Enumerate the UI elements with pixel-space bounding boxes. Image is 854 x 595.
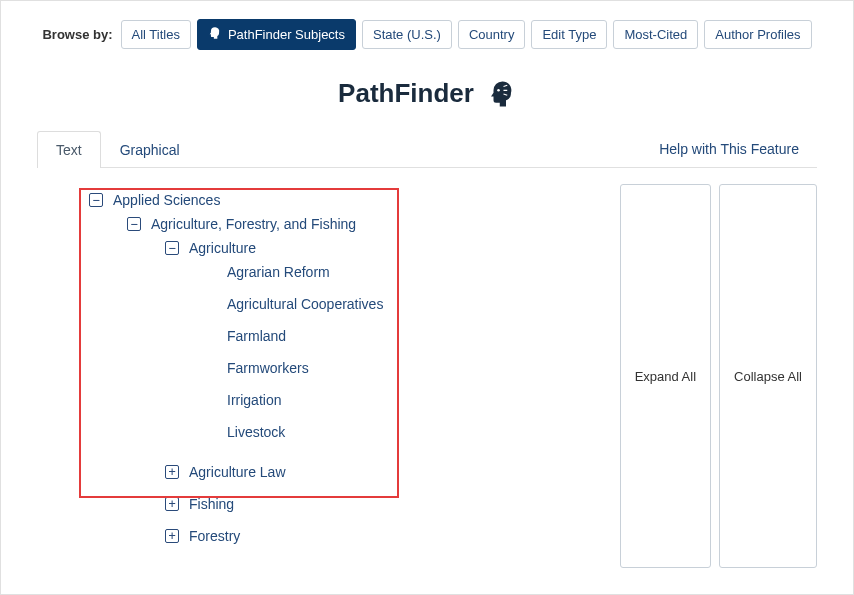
tree-leaf[interactable]: Farmland — [203, 320, 600, 352]
filter-all-titles[interactable]: All Titles — [121, 20, 191, 49]
expand-icon[interactable]: + — [165, 497, 179, 511]
collapse-icon[interactable]: − — [127, 217, 141, 231]
node-label[interactable]: Applied Sciences — [113, 192, 220, 208]
filter-pathfinder-label: PathFinder Subjects — [228, 27, 345, 42]
page-title: PathFinder — [338, 78, 474, 109]
svg-point-0 — [497, 89, 500, 92]
expand-all-button[interactable]: Expand All — [620, 184, 711, 568]
browse-by-label: Browse by: — [42, 27, 112, 42]
help-link[interactable]: Help with This Feature — [641, 131, 817, 167]
head-icon — [208, 26, 222, 43]
tree-leaf[interactable]: Farmworkers — [203, 352, 600, 384]
node-label[interactable]: Forestry — [189, 528, 240, 544]
collapse-all-button[interactable]: Collapse All — [719, 184, 817, 568]
pathfinder-head-icon — [486, 79, 516, 109]
node-label[interactable]: Agriculture Law — [189, 464, 286, 480]
filter-author-profiles[interactable]: Author Profiles — [704, 20, 811, 49]
browse-row: Browse by: All Titles PathFinder Subject… — [1, 1, 853, 60]
tree-leaf[interactable]: Agrarian Reform — [203, 256, 600, 288]
tree-node-agriculture-law: + Agriculture Law — [165, 456, 600, 488]
tab-row: Text Graphical Help with This Feature — [37, 131, 817, 168]
node-label[interactable]: Agriculture — [189, 240, 256, 256]
tree-node-agriculture: − Agriculture Agrarian Reform Agricultur… — [165, 232, 600, 456]
collapse-icon[interactable]: − — [89, 193, 103, 207]
page-title-row: PathFinder — [1, 60, 853, 131]
tree-node-forestry: + Forestry — [165, 520, 600, 552]
filter-pathfinder-subjects[interactable]: PathFinder Subjects — [197, 19, 356, 50]
filter-state-us[interactable]: State (U.S.) — [362, 20, 452, 49]
filter-edit-type[interactable]: Edit Type — [531, 20, 607, 49]
filter-most-cited[interactable]: Most-Cited — [613, 20, 698, 49]
expand-icon[interactable]: + — [165, 529, 179, 543]
tree-node-agriculture-forestry-fishing: − Agriculture, Forestry, and Fishing − A… — [127, 208, 600, 560]
tree-leaf[interactable]: Irrigation — [203, 384, 600, 416]
node-label[interactable]: Fishing — [189, 496, 234, 512]
tree-actions: Expand All Collapse All — [600, 184, 817, 568]
tree-leaf[interactable]: Livestock — [203, 416, 600, 448]
subject-tree: − Applied Sciences − Agriculture, Forest… — [37, 184, 600, 568]
tab-graphical[interactable]: Graphical — [101, 131, 199, 168]
tree-node-fishing: + Fishing — [165, 488, 600, 520]
filter-country[interactable]: Country — [458, 20, 526, 49]
collapse-icon[interactable]: − — [165, 241, 179, 255]
node-label[interactable]: Agriculture, Forestry, and Fishing — [151, 216, 356, 232]
tree-node-applied-sciences: − Applied Sciences − Agriculture, Forest… — [89, 184, 600, 568]
tree-leaf[interactable]: Agricultural Cooperatives — [203, 288, 600, 320]
expand-icon[interactable]: + — [165, 465, 179, 479]
tab-text[interactable]: Text — [37, 131, 101, 168]
